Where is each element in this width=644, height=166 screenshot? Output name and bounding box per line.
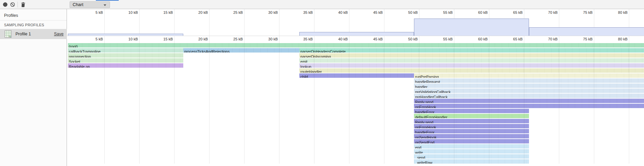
flame-frame[interactable]: routeHandler	[299, 68, 644, 73]
overview-tick-label: 35 kB	[292, 10, 313, 14]
delete-profile-button[interactable]	[21, 2, 26, 7]
sidebar-divider	[0, 20, 67, 21]
record-icon	[3, 2, 7, 7]
frame-label: _send	[414, 156, 425, 159]
flame-tick-label: 70 kB	[537, 37, 558, 41]
flame-tick-label: 15 kB	[152, 37, 173, 41]
overview-bottom-border	[67, 36, 644, 36]
flame-frame[interactable]: Readable.on	[68, 63, 183, 68]
frame-label: Readable.on	[68, 65, 90, 68]
flame-gridline	[104, 36, 105, 164]
flame-frame[interactable]: runPreParsing	[414, 73, 644, 78]
flame-gridline	[314, 36, 314, 164]
overview-tick-label: 45 kB	[362, 10, 383, 14]
profiles-title: Profiles	[4, 13, 18, 18]
flame-frame[interactable]: defaultErrorHandler	[414, 114, 529, 118]
flame-frame[interactable]: handleError	[414, 129, 529, 133]
flame-frame[interactable]: Reply.send	[414, 99, 644, 103]
flame-frame[interactable]: _send	[414, 154, 529, 159]
clear-button[interactable]	[10, 2, 15, 7]
chevron-down-icon	[104, 4, 106, 6]
chart-view-select[interactable]: Chart	[70, 1, 110, 8]
flame-frame[interactable]: preHandlerCallback	[414, 94, 644, 98]
flame-frame[interactable]: Reply.send	[414, 119, 529, 123]
overview-gridline	[104, 9, 105, 36]
overview-segment	[414, 19, 529, 36]
sidebar: Profiles SAMPLING PROFILES % Profile 1 S…	[0, 9, 67, 166]
frame-label: callbackTrampoline	[68, 49, 101, 53]
flame-frame[interactable]: handler	[414, 84, 644, 88]
devtools-profiler-panel: Chart Profiles SAMPLING PROFILES % Profi…	[0, 0, 644, 166]
flame-frame[interactable]: onErrorHook	[414, 104, 644, 108]
overview-segment	[529, 27, 644, 36]
frame-label: handler	[414, 85, 427, 88]
overview-gridline	[209, 9, 210, 36]
overview-tick-label: 40 kB	[327, 10, 348, 14]
flame-frame[interactable]: callbackTrampoline	[68, 48, 183, 53]
flame-frame[interactable]: write_	[414, 149, 529, 154]
flame-gridline	[594, 36, 594, 164]
frame-label: end	[414, 145, 421, 148]
flame-frame[interactable]: onconnection	[68, 53, 183, 58]
overview-segment	[68, 34, 183, 36]
flame-frame[interactable]: handleRequest	[414, 78, 644, 83]
overview-tick-label: 60 kB	[467, 10, 488, 14]
frame-label: child	[299, 75, 308, 78]
flame-frame[interactable]: onSendEnd	[414, 139, 529, 143]
flame-frame[interactable]: Socket	[68, 58, 183, 63]
frame-label: onErrorHook	[414, 105, 436, 108]
flame-tick-label: 80 kB	[607, 37, 628, 41]
flame-frame[interactable]: handleError	[414, 109, 529, 113]
flame-gridline	[244, 36, 244, 164]
flame-chart-panel[interactable]: 5 kB5 kB10 kB10 kB15 kB15 kB20 kB20 kB25…	[67, 9, 644, 166]
flame-frame[interactable]: parserOnIncoming	[299, 53, 644, 58]
frame-label: onErrorHook	[414, 125, 436, 128]
flame-frame[interactable]: processTicksAndRejections	[183, 48, 299, 53]
save-profile-link[interactable]: Save	[54, 32, 64, 36]
frame-label: onSendEnd	[414, 140, 434, 143]
overview-tick-label: 30 kB	[257, 10, 278, 14]
flame-gridline	[349, 36, 349, 164]
flame-tick-label: 45 kB	[362, 37, 383, 41]
frame-label: parserOnHeadersComplete	[299, 49, 346, 53]
sampling-profiles-header: SAMPLING PROFILES	[4, 23, 44, 27]
flame-frame[interactable]: onErrorHook	[414, 124, 529, 128]
flame-tick-label: 60 kB	[467, 37, 488, 41]
flame-gridline	[139, 36, 140, 164]
flame-gridline	[524, 36, 524, 164]
toolbar: Chart	[0, 0, 644, 9]
flame-frame[interactable]: (root)	[68, 43, 644, 47]
record-button[interactable]	[3, 2, 8, 7]
frame-label: routeHandler	[299, 70, 322, 73]
flame-frame[interactable]: emit	[299, 58, 644, 63]
frame-label: write_	[414, 151, 425, 154]
flame-frame[interactable]: parserOnHeadersComplete	[299, 48, 644, 53]
flame-gridline	[279, 36, 279, 164]
overview-tick-label: 20 kB	[187, 10, 208, 14]
sidebar-item-profile-1[interactable]: % Profile 1 Save	[0, 29, 67, 39]
flame-frame[interactable]: _writeRaw	[414, 159, 529, 164]
overview-gridline	[139, 9, 140, 36]
overview-gridline	[244, 9, 244, 36]
flame-gridline	[489, 36, 489, 164]
overview-tick-label: 55 kB	[432, 10, 453, 14]
flame-gridline	[174, 36, 175, 164]
overview-segment	[299, 32, 414, 36]
flame-frame[interactable]: child	[299, 73, 414, 78]
overview-tick-label: 10 kB	[117, 10, 138, 14]
flame-gridline	[454, 36, 454, 164]
flame-frame[interactable]: lookup	[299, 63, 644, 68]
flame-tick-label: 65 kB	[502, 37, 523, 41]
flame-tick-label: 40 kB	[327, 37, 348, 41]
active-tab-indicator	[96, 0, 119, 1]
flame-frame[interactable]: preValidationCallback	[414, 89, 644, 93]
flame-frame[interactable]: onSendHook	[414, 134, 529, 138]
frame-label: handleError	[414, 130, 434, 133]
frame-label: processTicksAndRejections	[183, 49, 230, 53]
flame-frame[interactable]: end	[414, 144, 529, 148]
frame-label: onconnection	[68, 55, 91, 58]
flame-gridline	[559, 36, 559, 164]
frame-label: runPreParsing	[414, 75, 439, 78]
overview-tick-label: 65 kB	[502, 10, 523, 14]
frame-label: preValidationCallback	[414, 90, 451, 93]
